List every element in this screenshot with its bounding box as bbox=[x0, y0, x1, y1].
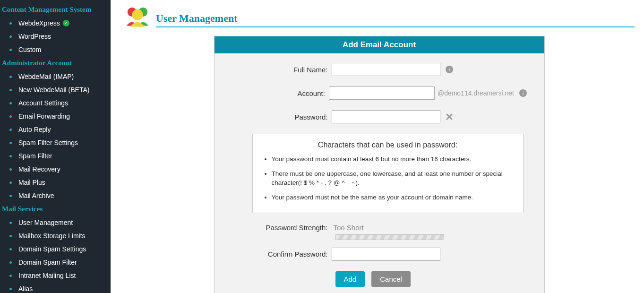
sidebar-item-label: Mail Plus bbox=[18, 179, 45, 186]
confirm-password-input[interactable] bbox=[332, 248, 440, 261]
sidebar-item-domain-spam-filter[interactable]: Domain Spam Filter bbox=[0, 256, 111, 269]
bullet-icon bbox=[9, 181, 12, 184]
sidebar-item-label: Intranet Mailing List bbox=[18, 272, 76, 279]
password-strength-value: Too Short bbox=[334, 224, 364, 232]
sidebar-item-wordpress[interactable]: WordPress bbox=[0, 30, 111, 43]
account-domain: @demo114.dreamersi.net bbox=[438, 89, 514, 97]
account-input[interactable] bbox=[329, 86, 435, 100]
bullet-icon bbox=[9, 288, 12, 290]
info-icon[interactable]: i bbox=[519, 89, 527, 97]
sidebar-nav: Content Management System WebdeXpress ✓ … bbox=[0, 0, 111, 293]
sidebar-item-label: Mail Recovery bbox=[18, 165, 60, 173]
bullet-icon bbox=[9, 168, 12, 171]
info-icon[interactable]: i bbox=[445, 65, 454, 74]
bullet-icon bbox=[9, 235, 12, 237]
bullet-icon bbox=[9, 155, 12, 157]
sidebar-item-label: User Management bbox=[18, 219, 73, 226]
full-name-input[interactable] bbox=[332, 63, 440, 76]
sidebar-item-alias[interactable]: Alias bbox=[0, 282, 111, 293]
password-rules-title: Characters that can be used in password: bbox=[261, 141, 515, 149]
sidebar-item-auto-reply[interactable]: Auto Reply bbox=[0, 123, 111, 136]
sidebar-item-mail-recovery[interactable]: Mail Recovery bbox=[0, 163, 111, 176]
svg-text:i: i bbox=[522, 90, 524, 96]
bullet-icon bbox=[9, 115, 12, 118]
sidebar-section-mail-services: Mail Services bbox=[0, 202, 111, 216]
sidebar-item-webdexpress[interactable]: WebdeXpress ✓ bbox=[0, 17, 111, 30]
password-rule: Your password must contain at least 6 bu… bbox=[272, 155, 515, 164]
bullet-icon bbox=[9, 195, 12, 197]
sidebar-item-label: Alias bbox=[18, 285, 33, 293]
bullet-icon bbox=[9, 275, 12, 277]
password-strength-bar bbox=[335, 234, 444, 240]
svg-point-2 bbox=[132, 9, 143, 20]
panel-header: Add Email Account bbox=[215, 36, 544, 53]
sidebar-item-label: Custom bbox=[18, 46, 41, 53]
check-icon: ✓ bbox=[63, 20, 69, 26]
password-rule: Your password must not be the same as yo… bbox=[272, 193, 515, 202]
full-name-row: Full Name: i bbox=[232, 63, 527, 76]
password-label: Password: bbox=[232, 113, 332, 121]
password-rule: There must be one uppercase, one lowerca… bbox=[272, 170, 515, 188]
button-row: Add Cancel bbox=[335, 271, 527, 287]
sidebar-item-mail-archive[interactable]: Mail Archive bbox=[0, 189, 111, 202]
sidebar-item-label: Account Settings bbox=[18, 99, 68, 107]
sidebar-item-label: Domain Spam Filter bbox=[18, 259, 77, 266]
sidebar-item-label: New WebdeMail (BETA) bbox=[18, 86, 89, 94]
sidebar-item-label: Auto Reply bbox=[18, 126, 51, 133]
sidebar-item-label: WordPress bbox=[18, 33, 51, 40]
main-content: User Management Add Email Account Full N… bbox=[111, 0, 644, 293]
add-email-account-panel: Add Email Account Full Name: i Account: … bbox=[214, 36, 545, 293]
bullet-icon bbox=[9, 222, 12, 224]
confirm-password-label: Confirm Password: bbox=[232, 250, 332, 258]
password-strength-row: Password Strength: Too Short bbox=[232, 224, 527, 232]
account-row: Account: @demo114.dreamersi.net i bbox=[232, 86, 527, 100]
password-input[interactable] bbox=[332, 110, 440, 123]
sidebar-item-user-management[interactable]: User Management bbox=[0, 216, 111, 229]
sidebar-item-label: WebdeMail (IMAP) bbox=[18, 73, 74, 80]
cancel-button[interactable]: Cancel bbox=[371, 271, 411, 287]
sidebar-item-spam-filter[interactable]: Spam Filter bbox=[0, 149, 111, 163]
password-row: Password: bbox=[232, 110, 527, 123]
sidebar-item-label: Mail Archive bbox=[18, 192, 54, 199]
sidebar-item-label: Spam Filter bbox=[18, 152, 52, 160]
bullet-icon bbox=[9, 261, 12, 264]
page-title: User Management bbox=[156, 12, 635, 27]
bullet-icon bbox=[9, 129, 12, 131]
sidebar-item-label: Spam Filter Settings bbox=[18, 139, 78, 146]
clear-icon[interactable] bbox=[445, 112, 454, 121]
add-button[interactable]: Add bbox=[335, 271, 365, 287]
svg-text:i: i bbox=[448, 67, 450, 72]
account-label: Account: bbox=[232, 89, 329, 97]
bullet-icon bbox=[9, 248, 12, 250]
sidebar-item-webdemail-imap[interactable]: WebdeMail (IMAP) bbox=[0, 70, 111, 83]
bullet-icon bbox=[9, 89, 12, 91]
bullet-icon bbox=[9, 102, 12, 104]
sidebar-item-spam-filter-settings[interactable]: Spam Filter Settings bbox=[0, 136, 111, 149]
sidebar-item-email-forwarding[interactable]: Email Forwarding bbox=[0, 110, 111, 123]
full-name-label: Full Name: bbox=[232, 66, 332, 74]
sidebar-section-admin: Administrator Account bbox=[0, 56, 111, 70]
bullet-icon bbox=[9, 49, 12, 51]
sidebar-item-intranet-mailing-list[interactable]: Intranet Mailing List bbox=[0, 269, 111, 282]
sidebar-item-label: Mailbox Storage Limits bbox=[18, 232, 86, 240]
sidebar-item-custom[interactable]: Custom bbox=[0, 43, 111, 56]
password-rules-box: Characters that can be used in password:… bbox=[252, 134, 524, 213]
confirm-password-row: Confirm Password: bbox=[232, 248, 527, 261]
page-header: User Management bbox=[124, 6, 635, 27]
sidebar-item-label: WebdeXpress bbox=[18, 19, 60, 27]
sidebar-item-mailbox-storage-limits[interactable]: Mailbox Storage Limits bbox=[0, 229, 111, 242]
bullet-icon bbox=[9, 22, 12, 25]
users-icon bbox=[124, 6, 151, 27]
bullet-icon bbox=[9, 76, 12, 78]
bullet-icon bbox=[9, 35, 12, 38]
sidebar-item-mail-plus[interactable]: Mail Plus bbox=[0, 176, 111, 189]
sidebar-item-account-settings[interactable]: Account Settings bbox=[0, 96, 111, 110]
sidebar-item-label: Email Forwarding bbox=[18, 112, 70, 120]
bullet-icon bbox=[9, 142, 12, 144]
password-strength-label: Password Strength: bbox=[232, 224, 332, 232]
sidebar-section-cms: Content Management System bbox=[0, 3, 111, 17]
sidebar-item-new-webdemail[interactable]: New WebdeMail (BETA) bbox=[0, 83, 111, 96]
sidebar-item-label: Domain Spam Settings bbox=[18, 245, 86, 253]
sidebar-item-domain-spam-settings[interactable]: Domain Spam Settings bbox=[0, 242, 111, 256]
